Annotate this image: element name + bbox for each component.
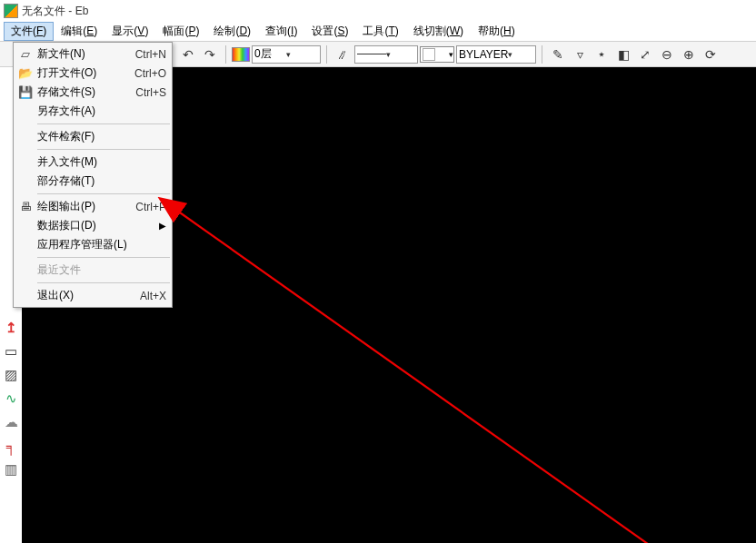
menu-绘制[interactable]: 绘制(D) [206,22,258,41]
file-menu-item[interactable]: 数据接口(D)▶ [14,216,172,235]
misc-tool-icon[interactable]: ▥ [1,459,21,479]
current-color-box[interactable]: ▾ [420,46,454,63]
menu-item-label: 打开文件(O) [37,65,125,81]
submenu-arrow-icon: ▶ [159,221,166,231]
layer-combo[interactable]: 0层 ▾ [252,45,321,64]
eraser-icon[interactable]: ◧ [613,44,633,64]
refresh-icon[interactable]: ⟳ [701,44,721,64]
file-menu-item[interactable]: 退出(X)Alt+X [14,286,172,305]
zoom-fit-icon[interactable]: ⤢ [635,44,655,64]
menu-item-label: 绘图输出(P) [37,199,126,214]
menu-shortcut: Ctrl+O [134,67,166,80]
arrow-tool-icon[interactable]: ↥ [1,318,21,338]
menu-separator [37,257,170,258]
menu-item-label: 存储文件(S) [37,84,126,100]
file-menu-item[interactable]: 另存文件(A) [14,102,172,121]
dimension-tool-icon[interactable]: ╕ [1,436,21,456]
menu-separator [37,193,170,194]
file-menu-item[interactable]: ▱新文件(N)Ctrl+N [14,44,172,64]
file-menu-item[interactable]: 并入文件(M) [14,153,172,172]
menu-item-label: 另存文件(A) [37,104,166,119]
menu-separator [37,123,170,124]
new-icon: ▱ [17,47,34,61]
select-icon[interactable]: ⭑ [592,44,612,64]
menu-bar: 文件(F)编辑(E)显示(V)幅面(P)绘制(D)查询(I)设置(S)工具(T)… [0,22,756,42]
menu-item-label: 并入文件(M) [37,154,166,170]
menu-item-label: 新文件(N) [37,46,126,62]
menu-查询[interactable]: 查询(I) [258,22,304,41]
redo-button[interactable]: ↷ [200,44,220,64]
menu-shortcut: Ctrl+P [135,201,166,213]
bylayer-label: BYLAYER [459,48,508,61]
print-icon: 🖶 [17,200,34,213]
hatch-tool-icon[interactable]: ▨ [1,365,21,385]
file-menu-dropdown: ▱新文件(N)Ctrl+N📂打开文件(O)Ctrl+O💾存储文件(S)Ctrl+… [13,42,173,308]
zoom-out-icon[interactable]: ⊖ [657,44,677,64]
menu-item-label: 退出(X) [37,288,131,303]
file-menu-item[interactable]: 📂打开文件(O)Ctrl+O [14,64,172,83]
menu-线切割[interactable]: 线切割(W) [406,22,471,41]
undo-button[interactable]: ↶ [178,44,198,64]
file-menu-item[interactable]: 应用程序管理器(L) [14,235,172,254]
window-title: 无名文件 - Eb [22,4,88,19]
menu-item-label: 文件检索(F) [37,129,166,144]
linetype-icon[interactable]: ⫽ [333,44,353,64]
filter-icon[interactable]: ▿ [570,44,590,64]
file-menu-item: 最近文件 [14,261,172,280]
menu-shortcut: Ctrl+N [135,48,166,61]
menu-设置[interactable]: 设置(S) [304,22,355,41]
file-menu-item[interactable]: 🖶绘图输出(P)Ctrl+P [14,197,172,216]
open-icon: 📂 [17,66,34,80]
menu-帮助[interactable]: 帮助(H) [471,22,522,41]
menu-separator [37,282,170,283]
menu-shortcut: Ctrl+S [135,86,166,99]
menu-shortcut: Alt+X [140,290,166,302]
app-icon [4,4,18,18]
zoom-in-icon[interactable]: ⊕ [679,44,699,64]
menu-显示[interactable]: 显示(V) [104,22,155,41]
menu-item-label: 部分存储(T) [37,173,166,189]
menu-文件[interactable]: 文件(F) [4,22,54,41]
file-menu-item[interactable]: 💾存储文件(S)Ctrl+S [14,83,172,102]
menu-编辑[interactable]: 编辑(E) [54,22,104,41]
menu-工具[interactable]: 工具(T) [355,22,405,41]
rect-tool-icon[interactable]: ▭ [1,341,21,361]
file-menu-item[interactable]: 部分存储(T) [14,172,172,191]
menu-幅面[interactable]: 幅面(P) [155,22,206,41]
save-icon: 💾 [17,85,34,99]
file-menu-item[interactable]: 文件检索(F) [14,127,172,146]
layer-combo-label: 0层 [254,46,286,62]
bylayer-combo[interactable]: BYLAYER ▾ [456,45,536,64]
menu-item-label: 数据接口(D) [37,218,154,233]
menu-item-label: 应用程序管理器(L) [37,237,166,252]
menu-separator [37,149,170,150]
polyline-tool-icon[interactable]: ∿ [1,389,21,409]
color-stripe-icon[interactable] [232,47,250,62]
linetype-combo[interactable]: ▾ [354,45,418,64]
menu-item-label: 最近文件 [37,262,166,278]
cloud-tool-icon[interactable]: ☁ [1,412,21,432]
pencil-icon[interactable]: ✎ [548,44,568,64]
title-bar: 无名文件 - Eb [0,0,756,22]
